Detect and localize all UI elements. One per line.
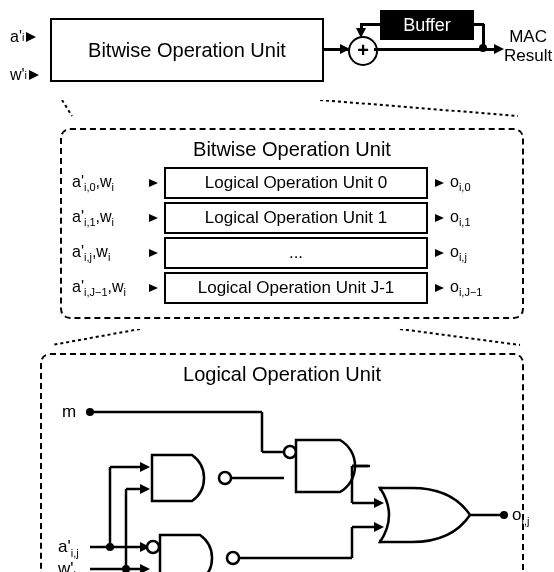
or-gate-icon bbox=[380, 488, 470, 542]
input-a-label: a'i bbox=[10, 28, 39, 46]
svg-line-2 bbox=[52, 329, 140, 345]
svg-point-23 bbox=[219, 472, 231, 484]
logic-title: Logical Operation Unit bbox=[52, 363, 512, 386]
arrow-icon bbox=[428, 214, 450, 222]
svg-line-1 bbox=[320, 100, 518, 116]
arrow-icon bbox=[142, 214, 164, 222]
arrow-icon bbox=[428, 284, 450, 292]
svg-marker-15 bbox=[140, 462, 150, 472]
svg-point-25 bbox=[147, 541, 159, 553]
bitwise-op-unit-expanded: Bitwise Operation Unit a'i,0,wiLogical O… bbox=[60, 128, 524, 319]
svg-text:a'i,j: a'i,j bbox=[58, 537, 79, 559]
lou-box: ... bbox=[164, 237, 428, 269]
lou-output-label: oi,1 bbox=[450, 208, 506, 228]
expand-lines-icon bbox=[10, 100, 554, 118]
buffer-box: Buffer bbox=[380, 10, 474, 40]
svg-point-51 bbox=[500, 511, 508, 519]
lou-input-label: a'i,1,wi bbox=[72, 208, 142, 228]
lou-row: a'i,1,wiLogical Operation Unit 1oi,1 bbox=[72, 202, 512, 234]
svg-marker-22 bbox=[140, 484, 150, 494]
lou-box: Logical Operation Unit J-1 bbox=[164, 272, 428, 304]
svg-point-30 bbox=[284, 446, 296, 458]
mid-title: Bitwise Operation Unit bbox=[72, 138, 512, 161]
lou-box: Logical Operation Unit 1 bbox=[164, 202, 428, 234]
logic-gate-schematic: m a'i,j w'i bbox=[52, 392, 532, 572]
lou-row: a'i,0,wiLogical Operation Unit 0oi,0 bbox=[72, 167, 512, 199]
nand-gate-icon bbox=[147, 535, 239, 572]
lou-input-label: a'i,j,wi bbox=[72, 243, 142, 263]
nand-gate-icon bbox=[152, 455, 231, 501]
svg-line-3 bbox=[400, 329, 520, 345]
top-datapath: a'i w'i Bitwise Operation Unit + Buffer … bbox=[10, 10, 544, 100]
svg-text:w'i: w'i bbox=[57, 559, 76, 572]
svg-point-26 bbox=[227, 552, 239, 564]
lou-input-label: a'i,0,wi bbox=[72, 173, 142, 193]
svg-text:oi,j: oi,j bbox=[512, 505, 529, 527]
arrow-icon bbox=[142, 179, 164, 187]
lou-output-label: oi,0 bbox=[450, 173, 506, 193]
lou-output-label: oi,J−1 bbox=[450, 278, 506, 298]
arrow-icon bbox=[142, 249, 164, 257]
lou-input-label: a'i,J−1,wi bbox=[72, 278, 142, 298]
logical-op-unit-expanded: Logical Operation Unit m a'i,j w'i bbox=[40, 353, 524, 572]
arrow-icon bbox=[26, 32, 36, 42]
arrow-icon bbox=[142, 284, 164, 292]
svg-line-0 bbox=[62, 100, 72, 116]
arrow-icon bbox=[428, 249, 450, 257]
lou-output-label: oi,j bbox=[450, 243, 506, 263]
arrow-icon bbox=[428, 179, 450, 187]
svg-marker-21 bbox=[140, 564, 150, 572]
input-w-label: w'i bbox=[10, 66, 39, 84]
lou-row: a'i,j,wi...oi,j bbox=[72, 237, 512, 269]
arrow-icon bbox=[29, 70, 39, 80]
mac-result-label: MAC Result bbox=[504, 28, 552, 65]
lou-row: a'i,J−1,wiLogical Operation Unit J-1oi,J… bbox=[72, 272, 512, 304]
expand-lines-icon bbox=[10, 329, 554, 347]
svg-text:m: m bbox=[62, 402, 76, 421]
bitwise-op-unit-box: Bitwise Operation Unit bbox=[50, 18, 324, 82]
lou-box: Logical Operation Unit 0 bbox=[164, 167, 428, 199]
and-gate-icon bbox=[284, 440, 355, 492]
adder-circle: + bbox=[348, 36, 378, 66]
